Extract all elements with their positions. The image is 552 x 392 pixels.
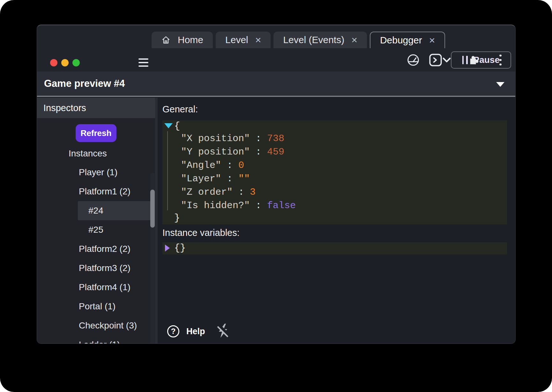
hamburger-icon bbox=[138, 58, 148, 60]
titlebar: HomeLevel×Level (Events)×Debugger× bbox=[37, 25, 515, 48]
game-preview-title: Game preview #4 bbox=[44, 78, 125, 89]
tree-item-label: Checkpoint (3) bbox=[79, 320, 137, 331]
inspector-panel: General: {"X position" : 738"Y position"… bbox=[158, 98, 515, 343]
json-row-x-position: "X position" : 738 bbox=[162, 132, 507, 145]
tree-item-platform2-2[interactable]: Platform2 (2) bbox=[78, 239, 150, 259]
tree-item-24[interactable]: #24 bbox=[78, 201, 150, 220]
help-question-icon[interactable]: ? bbox=[167, 325, 179, 337]
inspectors-header: Inspectors bbox=[37, 98, 155, 118]
json-open-brace: { bbox=[162, 120, 507, 132]
more-options-icon[interactable] bbox=[495, 55, 506, 65]
main-menu-button[interactable] bbox=[138, 58, 148, 67]
expand-triangle-icon[interactable] bbox=[165, 245, 170, 252]
instance-variables-label: Instance variables: bbox=[162, 228, 507, 237]
json-indent-guide bbox=[167, 131, 168, 210]
help-row: ? Help bbox=[167, 323, 230, 340]
tree-item-25[interactable]: #25 bbox=[78, 220, 150, 239]
tree-item-portal-1[interactable]: Portal (1) bbox=[78, 297, 150, 316]
instances-tree: Player (1)Platform1 (2)#24#25Platform2 (… bbox=[37, 163, 155, 343]
extensions-puzzle-icon[interactable] bbox=[468, 55, 479, 65]
general-json-tree: {"X position" : 738"Y position" : 459"An… bbox=[162, 120, 507, 224]
tree-item-label: Platform4 (1) bbox=[79, 282, 131, 292]
game-preview-header[interactable]: Game preview #4 bbox=[37, 72, 515, 97]
instance-variables-panel: {} bbox=[162, 242, 507, 254]
tree-item-player-1[interactable]: Player (1) bbox=[78, 163, 150, 182]
tab-close-icon[interactable]: × bbox=[255, 35, 261, 45]
titlebar-actions bbox=[441, 55, 506, 65]
debugger-body: Inspectors Refresh Instances Player (1)P… bbox=[37, 98, 515, 343]
tree-item-label: Platform3 (2) bbox=[79, 263, 131, 273]
tree-item-label: Player (1) bbox=[79, 167, 117, 177]
general-json-panel: {"X position" : 738"Y position" : 459"An… bbox=[162, 120, 507, 224]
inspectors-header-label: Inspectors bbox=[43, 103, 86, 113]
home-icon bbox=[161, 35, 171, 44]
tab-home[interactable]: Home bbox=[152, 32, 213, 48]
collapse-triangle-icon[interactable] bbox=[164, 123, 173, 128]
chevron-down-icon[interactable] bbox=[441, 55, 452, 65]
instance-variables-value: {} bbox=[174, 243, 186, 253]
tab-label: Debugger bbox=[380, 35, 422, 46]
console-icon[interactable] bbox=[429, 53, 443, 67]
tree-item-label: #24 bbox=[88, 206, 103, 216]
tab-level-events[interactable]: Level (Events)× bbox=[273, 32, 367, 48]
json-close-brace: } bbox=[162, 212, 507, 224]
tree-item-ladder-1[interactable]: Ladder (1) bbox=[78, 335, 150, 343]
inspectors-sidebar: Inspectors Refresh Instances Player (1)P… bbox=[37, 98, 155, 343]
traffic-lights bbox=[50, 59, 80, 66]
tab-bar: HomeLevel×Level (Events)×Debugger× bbox=[152, 32, 445, 48]
minimize-window-button[interactable] bbox=[61, 59, 69, 66]
json-row-z-order: "Z order" : 3 bbox=[162, 185, 507, 199]
tree-item-label: #25 bbox=[88, 225, 103, 235]
tab-debugger[interactable]: Debugger× bbox=[370, 32, 445, 48]
json-row-angle: "Angle" : 0 bbox=[162, 159, 507, 172]
tree-item-platform1-2[interactable]: Platform1 (2) bbox=[78, 182, 150, 201]
json-row-y-position: "Y position" : 459 bbox=[162, 145, 507, 159]
tab-label: Home bbox=[178, 34, 203, 45]
tree-item-label: Platform1 (2) bbox=[79, 186, 131, 197]
tab-level[interactable]: Level× bbox=[216, 32, 271, 48]
tree-item-checkpoint-3[interactable]: Checkpoint (3) bbox=[78, 316, 150, 335]
desktop-backdrop: HomeLevel×Level (Events)×Debugger× bbox=[0, 0, 552, 392]
tab-label: Level bbox=[225, 34, 248, 45]
tree-item-label: Ladder (1) bbox=[79, 340, 120, 343]
json-row-layer: "Layer" : "" bbox=[162, 172, 507, 185]
tab-close-icon[interactable]: × bbox=[429, 35, 435, 45]
profiler-speedometer-icon[interactable] bbox=[406, 53, 420, 67]
tab-label: Level (Events) bbox=[283, 34, 344, 45]
help-label[interactable]: Help bbox=[186, 327, 205, 336]
tree-item-platform3-2[interactable]: Platform3 (2) bbox=[78, 259, 150, 278]
preview-dropdown-caret-icon[interactable] bbox=[496, 82, 504, 87]
zoom-window-button[interactable] bbox=[72, 59, 80, 66]
flash-off-icon[interactable] bbox=[216, 323, 230, 340]
tree-item-label: Portal (1) bbox=[79, 301, 116, 312]
app-window: HomeLevel×Level (Events)×Debugger× bbox=[37, 25, 516, 344]
tree-root-instances[interactable]: Instances bbox=[37, 148, 155, 157]
tree-item-platform4-1[interactable]: Platform4 (1) bbox=[78, 278, 150, 297]
tree-item-label: Platform2 (2) bbox=[79, 244, 131, 254]
refresh-button[interactable]: Refresh bbox=[76, 124, 116, 142]
sidebar-main-divider[interactable] bbox=[155, 98, 158, 343]
json-row-is-hidden: "Is hidden?" : false bbox=[162, 199, 507, 212]
sidebar-scrollbar-thumb[interactable] bbox=[150, 190, 155, 228]
tab-close-icon[interactable]: × bbox=[351, 35, 357, 45]
close-window-button[interactable] bbox=[50, 59, 57, 66]
general-section-label: General: bbox=[162, 105, 507, 114]
